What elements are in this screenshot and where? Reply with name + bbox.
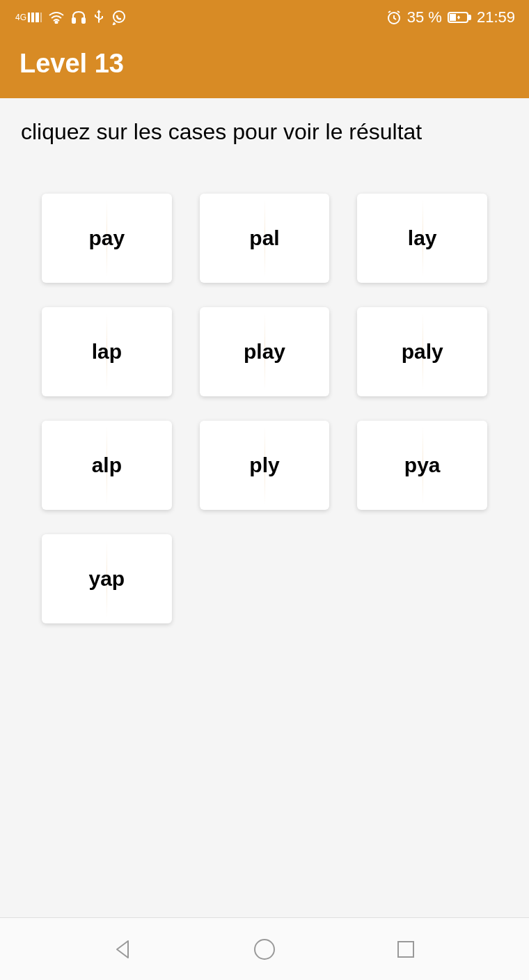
svg-rect-1: [72, 18, 75, 23]
battery-percent: 35 %: [407, 8, 442, 26]
word-text: lay: [408, 226, 437, 250]
svg-point-3: [113, 11, 125, 22]
back-button[interactable]: [106, 932, 141, 967]
status-left: 4G: [14, 10, 127, 25]
page-title: Level 13: [19, 49, 510, 79]
word-text: pya: [404, 453, 441, 477]
word-card[interactable]: pay: [42, 194, 172, 283]
word-card[interactable]: play: [200, 307, 330, 396]
word-card[interactable]: lap: [42, 307, 172, 396]
status-right: 35 % 21:59: [386, 8, 515, 26]
word-text: paly: [402, 340, 443, 364]
svg-rect-6: [468, 15, 471, 20]
svg-rect-7: [450, 14, 456, 21]
word-text: pay: [88, 226, 125, 250]
word-text: ply: [249, 453, 279, 477]
navigation-bar: [0, 917, 529, 980]
wifi-icon: [49, 11, 64, 24]
word-text: pal: [249, 226, 279, 250]
svg-rect-9: [398, 942, 413, 957]
word-card[interactable]: ply: [200, 421, 330, 510]
svg-point-8: [255, 940, 274, 959]
word-card[interactable]: paly: [357, 307, 487, 396]
app-bar: Level 13: [0, 35, 529, 98]
clock-time: 21:59: [477, 8, 515, 26]
word-text: alp: [92, 453, 122, 477]
cards-grid: pay pal lay lap play paly alp ply pya ya…: [21, 194, 508, 623]
word-text: play: [244, 340, 285, 364]
main-content: cliquez sur les cases pour voir le résul…: [0, 98, 529, 917]
recent-button[interactable]: [388, 932, 423, 967]
word-text: yap: [88, 567, 125, 591]
alarm-icon: [386, 10, 402, 25]
word-card[interactable]: alp: [42, 421, 172, 510]
whatsapp-icon: [111, 10, 127, 25]
signal-4g-icon: 4G: [14, 13, 42, 22]
instruction-text: cliquez sur les cases pour voir le résul…: [21, 119, 508, 145]
word-card[interactable]: yap: [42, 534, 172, 623]
status-bar: 4G: [0, 0, 529, 35]
word-card[interactable]: lay: [357, 194, 487, 283]
svg-rect-2: [82, 18, 85, 23]
home-button[interactable]: [247, 932, 282, 967]
word-card[interactable]: pya: [357, 421, 487, 510]
headset-icon: [71, 10, 86, 24]
word-card[interactable]: pal: [200, 194, 330, 283]
usb-icon: [93, 10, 104, 25]
svg-point-0: [56, 22, 58, 24]
battery-icon: [448, 11, 471, 24]
word-text: lap: [92, 340, 122, 364]
